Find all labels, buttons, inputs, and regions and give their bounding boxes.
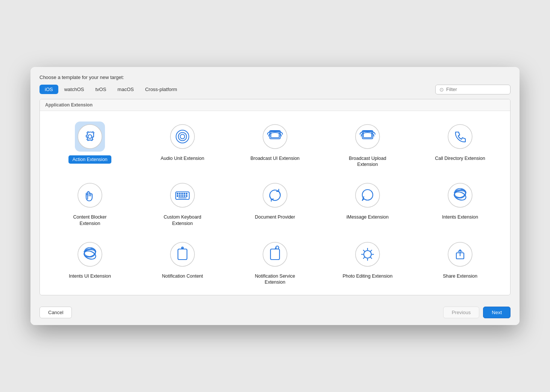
grid-item-document-provider[interactable]: Document Provider xyxy=(229,173,321,232)
grid-item-intents-ui-extension[interactable]: Intents UI Extension xyxy=(44,232,136,292)
svg-point-32 xyxy=(177,196,178,197)
grid-item-action-extension[interactable]: Action Extension xyxy=(44,115,136,174)
item-label-action-extension: Action Extension xyxy=(68,155,111,164)
item-label-intents-ui-extension: Intents UI Extension xyxy=(69,273,111,279)
filter-box[interactable]: ⊙ xyxy=(435,85,510,94)
item-label-call-directory-extension: Call Directory Extension xyxy=(435,155,485,161)
svg-point-12 xyxy=(448,125,472,149)
item-label-photo-editing-extension: Photo Editing Extension xyxy=(343,273,393,279)
grid-item-broadcast-ui-extension[interactable]: Broadcast UI Extension xyxy=(229,115,321,174)
footer-right: Previous Next xyxy=(443,307,510,318)
icon-wrapper-notification-content xyxy=(167,239,198,269)
filter-input[interactable] xyxy=(446,87,506,92)
item-label-document-provider: Document Provider xyxy=(255,214,295,220)
section-header: Application Extension xyxy=(40,99,510,111)
icon-wrapper-document-provider xyxy=(260,180,290,210)
icon-wrapper-intents-ui-extension xyxy=(75,239,105,269)
svg-point-33 xyxy=(179,196,181,197)
icon-wrapper-photo-editing-extension xyxy=(352,239,383,269)
icon-wrapper-intents-extension xyxy=(445,180,475,210)
content-area: Application Extension Action Extension A… xyxy=(40,99,510,296)
svg-point-36 xyxy=(186,196,187,197)
item-label-custom-keyboard-extension: Custom Keyboard Extension xyxy=(156,214,209,226)
tab-ios[interactable]: iOS xyxy=(40,85,58,94)
grid-item-notification-service-extension[interactable]: Notification Service Extension xyxy=(229,232,321,292)
cancel-button[interactable]: Cancel xyxy=(40,307,72,318)
icon-wrapper-broadcast-ui-extension xyxy=(260,122,290,152)
icon-wrapper-imessage-extension xyxy=(352,180,383,210)
item-label-audio-unit-extension: Audio Unit Extension xyxy=(161,155,204,161)
item-label-notification-service-extension: Notification Service Extension xyxy=(249,273,301,286)
tabs-row: iOSwatchOStvOSmacOSCross-platform ⊙ xyxy=(40,85,510,94)
grid-item-audio-unit-extension[interactable]: Audio Unit Extension xyxy=(136,115,229,174)
svg-point-34 xyxy=(182,196,183,197)
dialog-title: Choose a template for your new target: xyxy=(40,74,510,80)
icon-wrapper-share-extension xyxy=(445,239,475,269)
svg-point-43 xyxy=(78,242,102,266)
grid-item-intents-extension[interactable]: Intents Extension xyxy=(414,173,506,232)
svg-point-27 xyxy=(177,193,178,194)
icon-wrapper-action-extension xyxy=(75,122,105,152)
item-label-imessage-extension: iMessage Extension xyxy=(346,214,389,220)
svg-point-35 xyxy=(184,196,185,197)
tab-macos[interactable]: macOS xyxy=(112,85,139,94)
svg-point-2 xyxy=(170,125,194,149)
icon-wrapper-custom-keyboard-extension xyxy=(167,180,198,210)
svg-point-0 xyxy=(78,125,102,149)
svg-point-31 xyxy=(186,193,187,194)
filter-icon: ⊙ xyxy=(439,87,444,93)
svg-point-29 xyxy=(182,193,183,194)
grid-item-photo-editing-extension[interactable]: Photo Editing Extension xyxy=(321,232,414,292)
item-label-broadcast-upload-extension: Broadcast Upload Extension xyxy=(341,155,394,168)
svg-point-6 xyxy=(263,125,287,149)
grid-item-content-blocker-extension[interactable]: Content Blocker Extension xyxy=(44,173,136,232)
dialog-header: Choose a template for your new target: i… xyxy=(30,67,520,94)
icon-wrapper-broadcast-upload-extension xyxy=(352,122,383,152)
svg-point-28 xyxy=(179,193,181,194)
template-grid: Action Extension Audio Unit Extension Br… xyxy=(40,111,510,295)
svg-point-40 xyxy=(448,183,472,207)
grid-item-broadcast-upload-extension[interactable]: Broadcast Upload Extension xyxy=(321,115,414,174)
icon-wrapper-content-blocker-extension xyxy=(75,180,105,210)
tab-tvos[interactable]: tvOS xyxy=(90,85,111,94)
previous-button[interactable]: Previous xyxy=(443,307,480,318)
icon-wrapper-call-directory-extension xyxy=(445,122,475,152)
icon-wrapper-notification-service-extension xyxy=(260,239,290,269)
item-label-notification-content: Notification Content xyxy=(162,273,203,279)
grid-item-call-directory-extension[interactable]: Call Directory Extension xyxy=(414,115,506,174)
svg-point-37 xyxy=(263,183,287,207)
item-label-content-blocker-extension: Content Blocker Extension xyxy=(64,214,116,226)
icon-wrapper-audio-unit-extension xyxy=(167,122,198,152)
svg-point-9 xyxy=(356,125,380,149)
next-button[interactable]: Next xyxy=(483,307,510,318)
svg-point-30 xyxy=(184,193,185,194)
svg-point-50 xyxy=(263,242,287,266)
tab-cross-platform[interactable]: Cross-platform xyxy=(140,85,182,94)
grid-item-imessage-extension[interactable]: iMessage Extension xyxy=(321,173,414,232)
item-label-broadcast-ui-extension: Broadcast UI Extension xyxy=(251,155,300,161)
svg-point-54 xyxy=(356,242,380,266)
item-label-share-extension: Share Extension xyxy=(443,273,477,279)
tab-watchos[interactable]: watchOS xyxy=(59,85,90,94)
item-label-intents-extension: Intents Extension xyxy=(442,214,478,220)
grid-item-notification-content[interactable]: Notification Content xyxy=(136,232,229,292)
grid-item-share-extension[interactable]: Share Extension xyxy=(414,232,506,292)
dialog-footer: Cancel Previous Next xyxy=(30,301,520,325)
svg-point-13 xyxy=(78,183,102,207)
svg-point-38 xyxy=(356,183,380,207)
grid-item-custom-keyboard-extension[interactable]: Custom Keyboard Extension xyxy=(136,173,229,232)
svg-point-46 xyxy=(170,242,194,266)
tabs-container: iOSwatchOStvOSmacOSCross-platform xyxy=(40,85,182,94)
template-dialog: Choose a template for your new target: i… xyxy=(30,67,520,325)
